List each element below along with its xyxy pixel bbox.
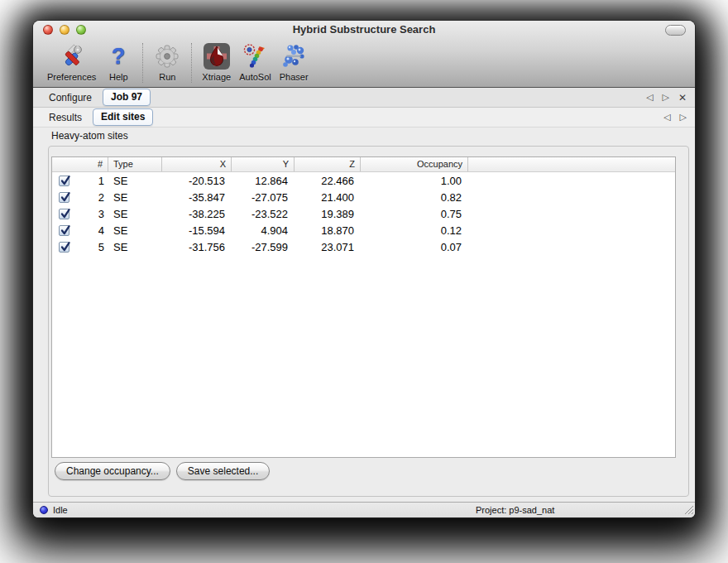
save-selected-button[interactable]: Save selected... <box>176 462 270 480</box>
toolbar-label: Help <box>109 72 128 82</box>
status-led-icon <box>40 506 48 514</box>
cell-z: 19.389 <box>295 208 361 220</box>
column-header-x[interactable]: X <box>162 157 232 171</box>
status-text: Idle <box>53 505 68 515</box>
table-body: 1 SE -20.513 12.864 22.466 1.00 2 SE <box>52 172 675 255</box>
xtriage-icon <box>203 41 231 71</box>
cell-x: -31.756 <box>162 241 232 253</box>
project-label: Project: p9-sad_nat <box>476 505 554 515</box>
app-window: Hybrid Substructure Search Preferences <box>33 21 695 517</box>
cell-z: 21.400 <box>295 191 361 204</box>
minimize-window-button[interactable] <box>60 25 69 35</box>
content-panel: Heavy-atom sites # Type X Y Z Occupancy <box>33 128 695 502</box>
cell-occupancy: 1.00 <box>361 175 468 187</box>
cell-occupancy: 0.82 <box>361 191 468 204</box>
preferences-icon <box>58 41 86 71</box>
row-checkbox-checked[interactable] <box>59 176 69 186</box>
toolbar-label: AutoSol <box>239 72 271 82</box>
close-window-button[interactable] <box>43 25 53 35</box>
toolbar-item-help[interactable]: ? Help <box>104 41 132 82</box>
cell-num: 1 <box>98 175 104 187</box>
toolbar-item-autosol[interactable]: AutoSol <box>239 41 271 82</box>
column-header-occupancy[interactable]: Occupancy <box>361 157 468 171</box>
column-header-y[interactable]: Y <box>232 157 295 171</box>
window-title: Hybrid Substructure Search <box>33 21 695 39</box>
table-row[interactable]: 3 SE -38.225 -23.522 19.389 0.75 <box>52 205 675 222</box>
toolbar-label: Run <box>159 72 175 82</box>
table-row[interactable]: 1 SE -20.513 12.864 22.466 1.00 <box>52 172 675 189</box>
toolbar-item-xtriage[interactable]: Xtriage <box>202 41 231 82</box>
tab-back-icon[interactable]: ◁ <box>663 113 670 122</box>
toolbar-label: Preferences <box>47 72 96 82</box>
column-header-z[interactable]: Z <box>295 157 361 171</box>
table-header: # Type X Y Z Occupancy <box>52 157 675 172</box>
sites-table: # Type X Y Z Occupancy 1 SE - <box>51 156 676 458</box>
cell-z: 18.870 <box>295 224 361 237</box>
toolbar-separator <box>191 43 192 83</box>
cell-type: SE <box>108 191 162 204</box>
toolbar-label: Xtriage <box>202 72 231 82</box>
toolbar-item-phaser[interactable]: Phaser <box>280 41 309 82</box>
column-header-type[interactable]: Type <box>108 157 162 171</box>
secondary-tab-nav: ◁ ▷ <box>663 113 687 122</box>
tab-forward-icon[interactable]: ▷ <box>680 113 687 122</box>
cell-y: 12.864 <box>232 175 295 187</box>
row-checkbox-checked[interactable] <box>59 242 69 253</box>
tab-back-icon[interactable]: ◁ <box>646 93 653 102</box>
cell-y: -27.599 <box>232 241 295 253</box>
cell-occupancy: 0.12 <box>361 224 468 237</box>
phaser-icon <box>280 41 308 71</box>
toolbar-item-run[interactable]: Run <box>153 41 181 82</box>
status-bar: Idle Project: p9-sad_nat <box>33 502 695 517</box>
primary-tab-bar: Configure Job 97 ◁ ▷ ✕ <box>33 88 695 108</box>
cell-z: 22.466 <box>295 175 361 187</box>
table-row[interactable]: 5 SE -31.756 -27.599 23.071 0.07 <box>52 238 675 255</box>
cell-occupancy: 0.75 <box>361 208 468 220</box>
toolbar: Preferences ? Help <box>33 39 695 87</box>
traffic-lights <box>43 25 86 35</box>
tab-edit-sites[interactable]: Edit sites <box>93 108 153 126</box>
cell-y: 4.904 <box>232 224 295 237</box>
tab-results[interactable]: Results <box>49 112 82 123</box>
cell-y: -23.522 <box>232 208 295 220</box>
row-checkbox-checked[interactable] <box>59 225 69 236</box>
zoom-window-button[interactable] <box>76 25 86 35</box>
table-row[interactable]: 4 SE -15.594 4.904 18.870 0.12 <box>52 222 675 238</box>
toolbar-toggle-button[interactable] <box>665 25 686 36</box>
cell-x: -38.225 <box>162 208 232 220</box>
cell-occupancy: 0.07 <box>361 241 468 253</box>
secondary-tab-bar: Results Edit sites ◁ ▷ <box>33 108 695 128</box>
tab-job-97[interactable]: Job 97 <box>103 89 151 106</box>
toolbar-label: Phaser <box>280 72 309 82</box>
cell-x: -15.594 <box>162 224 232 237</box>
toolbar-separator <box>142 43 143 83</box>
row-checkbox-checked[interactable] <box>59 209 69 219</box>
tab-close-icon[interactable]: ✕ <box>678 93 687 103</box>
column-header-num[interactable]: # <box>52 157 108 171</box>
autosol-icon <box>241 41 269 71</box>
cell-y: -27.075 <box>232 191 295 204</box>
tab-configure[interactable]: Configure <box>49 92 92 103</box>
cell-num: 2 <box>98 191 104 204</box>
cell-num: 4 <box>98 224 104 237</box>
group-label: Heavy-atom sites <box>51 130 128 142</box>
table-row[interactable]: 2 SE -35.847 -27.075 21.400 0.82 <box>52 189 675 205</box>
tab-forward-icon[interactable]: ▷ <box>662 93 668 102</box>
cell-type: SE <box>108 208 162 220</box>
cell-type: SE <box>108 224 162 237</box>
cell-x: -20.513 <box>162 175 232 187</box>
window-chrome: Hybrid Substructure Search Preferences <box>33 21 695 88</box>
change-occupancy-button[interactable]: Change occupancy... <box>55 462 170 480</box>
cell-type: SE <box>108 241 162 253</box>
toolbar-item-preferences[interactable]: Preferences <box>47 41 96 82</box>
primary-tab-nav: ◁ ▷ ✕ <box>646 93 687 103</box>
resize-grip[interactable] <box>682 503 693 516</box>
cell-type: SE <box>108 175 162 187</box>
cell-z: 23.071 <box>295 241 361 253</box>
cell-x: -35.847 <box>162 191 232 204</box>
row-checkbox-checked[interactable] <box>59 192 69 203</box>
run-gear-icon <box>153 41 181 71</box>
title-bar[interactable]: Hybrid Substructure Search <box>33 21 695 39</box>
cell-num: 5 <box>98 241 104 253</box>
heavy-atom-sites-groupbox: # Type X Y Z Occupancy 1 SE - <box>48 146 689 497</box>
